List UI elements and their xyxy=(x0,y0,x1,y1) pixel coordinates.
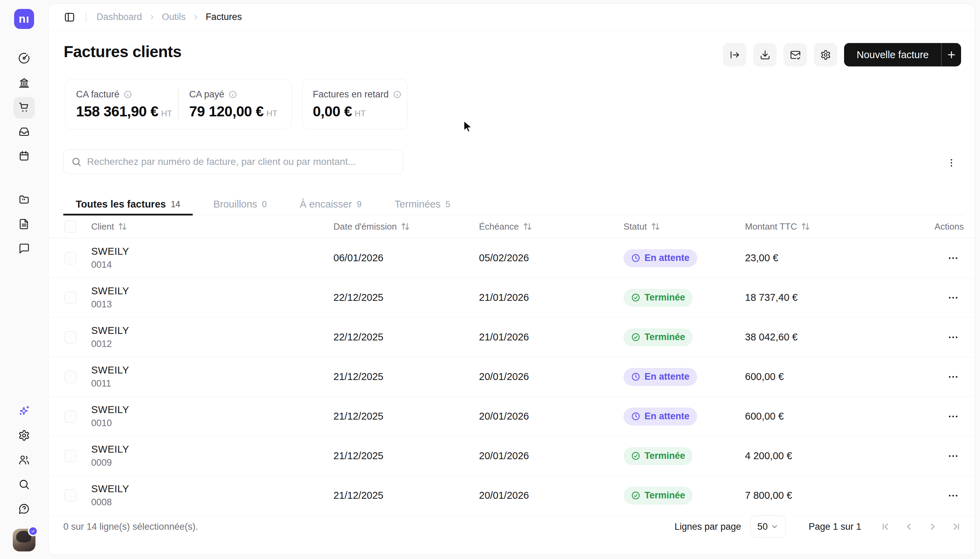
calendar-icon xyxy=(18,150,30,163)
sidebar-item-projects[interactable] xyxy=(13,190,35,211)
row-checkbox[interactable] xyxy=(64,410,77,423)
amount: 4 200,00 € xyxy=(745,450,908,461)
table-row[interactable]: SWEILY0013 22/12/2025 21/01/2026 Terminé… xyxy=(48,278,975,318)
sidebar-item-dashboard[interactable] xyxy=(13,48,35,69)
file-text-icon xyxy=(18,218,30,231)
panel-toggle-button[interactable] xyxy=(64,12,75,23)
app-logo[interactable]: nı xyxy=(14,9,34,29)
table-row[interactable]: SWEILY0010 21/12/2025 20/01/2026 En atte… xyxy=(48,397,975,437)
sidebar-item-messages[interactable] xyxy=(13,238,35,260)
client-name: SWEILY xyxy=(91,483,333,495)
download-button[interactable] xyxy=(753,43,777,66)
status-badge: Terminée xyxy=(624,487,693,504)
sidebar-item-documents[interactable] xyxy=(13,214,35,235)
sidebar-item-inbox[interactable] xyxy=(13,121,35,143)
sidebar-item-settings[interactable] xyxy=(13,425,35,447)
gear-icon xyxy=(18,430,30,443)
table-row[interactable]: SWEILY0012 22/12/2025 21/01/2026 Terminé… xyxy=(48,318,975,357)
page-indicator: Page 1 sur 1 xyxy=(808,521,861,532)
client-name: SWEILY xyxy=(91,325,333,336)
row-actions-button[interactable] xyxy=(908,450,964,462)
row-actions-button[interactable] xyxy=(908,292,964,304)
amount: 38 042,60 € xyxy=(745,331,908,343)
issue-date: 22/12/2025 xyxy=(333,292,479,303)
sort-icon xyxy=(523,222,532,231)
pagination-buttons xyxy=(881,521,961,532)
header-client[interactable]: Client xyxy=(91,221,333,232)
row-actions-button[interactable] xyxy=(908,331,964,343)
table-footer: 0 sur 14 ligne(s) sélectionnée(s). Ligne… xyxy=(48,514,975,539)
sidebar-item-search[interactable] xyxy=(13,474,35,496)
pagination: Lignes par page 50 Page 1 sur 1 xyxy=(675,516,961,538)
users-icon xyxy=(18,454,30,467)
row-checkbox[interactable] xyxy=(64,371,77,383)
plus-icon xyxy=(946,50,957,60)
next-page-button[interactable] xyxy=(927,521,938,532)
search-icon xyxy=(71,157,82,167)
sidebar-item-help[interactable] xyxy=(13,499,35,520)
select-all-checkbox[interactable] xyxy=(64,220,77,233)
breadcrumb-dashboard[interactable]: Dashboard xyxy=(97,12,142,22)
stats-row: CA facturé 158 361,90 €HT CA payé 79 120… xyxy=(65,79,408,129)
stat-ca-facture: CA facturé 158 361,90 €HT xyxy=(66,89,178,120)
row-actions-button[interactable] xyxy=(908,371,964,383)
tab-terminees[interactable]: Terminées 5 xyxy=(382,194,463,215)
row-checkbox[interactable] xyxy=(64,291,77,304)
sidebar-item-calendar[interactable] xyxy=(13,146,35,167)
row-checkbox[interactable] xyxy=(64,252,77,265)
info-icon[interactable] xyxy=(124,90,132,99)
tab-a-encaisser[interactable]: À encaisser 9 xyxy=(287,194,374,215)
row-checkbox[interactable] xyxy=(64,490,77,502)
invoice-settings-button[interactable] xyxy=(814,43,837,66)
row-checkbox[interactable] xyxy=(64,450,77,462)
breadcrumb: Dashboard Outils Factures xyxy=(97,12,242,22)
header-due-date[interactable]: Échéance xyxy=(479,221,624,232)
row-actions-button[interactable] xyxy=(908,490,964,501)
tab-brouillons[interactable]: Brouillons 0 xyxy=(201,194,279,215)
bank-icon xyxy=(18,77,30,90)
table-row[interactable]: SWEILY0011 21/12/2025 20/01/2026 En atte… xyxy=(48,357,975,397)
header-issue-date[interactable]: Date d'émission xyxy=(333,221,479,232)
more-options-button[interactable] xyxy=(945,156,959,170)
avatar[interactable] xyxy=(13,529,35,551)
previous-page-button[interactable] xyxy=(904,521,914,532)
table-row[interactable]: SWEILY0009 21/12/2025 20/01/2026 Terminé… xyxy=(48,437,975,476)
search-input[interactable] xyxy=(87,156,395,167)
table-header: Client Date d'émission Échéance Statut M… xyxy=(48,215,975,238)
sidebar-item-invoices[interactable] xyxy=(13,97,35,118)
sidebar-item-bank[interactable] xyxy=(13,73,35,94)
rows-per-page-select[interactable]: 50 xyxy=(750,516,786,538)
tab-toutes-les-factures[interactable]: Toutes les factures 14 xyxy=(63,194,193,215)
rows-per-page-label: Lignes par page xyxy=(675,521,741,532)
mail-check-button[interactable] xyxy=(784,43,807,66)
sidebar-item-team[interactable] xyxy=(13,450,35,471)
breadcrumb-outils[interactable]: Outils xyxy=(162,12,186,22)
due-date: 20/01/2026 xyxy=(479,490,624,501)
row-actions-button[interactable] xyxy=(908,252,964,264)
main-panel: Dashboard Outils Factures Factures clien… xyxy=(48,3,975,555)
stat-label: Factures en retard xyxy=(313,89,389,100)
header-status[interactable]: Statut xyxy=(624,221,745,232)
chat-icon xyxy=(18,243,30,256)
new-invoice-split-button: Nouvelle facture xyxy=(844,43,961,66)
status-badge: Terminée xyxy=(624,328,693,346)
new-invoice-button[interactable]: Nouvelle facture xyxy=(844,43,941,66)
table-row[interactable]: SWEILY0014 06/01/2026 05/02/2026 En atte… xyxy=(48,238,975,278)
new-invoice-plus-button[interactable] xyxy=(941,43,961,66)
last-page-button[interactable] xyxy=(951,521,961,532)
row-actions-button[interactable] xyxy=(908,411,964,422)
export-button[interactable] xyxy=(723,43,746,66)
ellipsis-icon xyxy=(947,252,959,264)
first-page-button[interactable] xyxy=(881,521,891,532)
stat-suffix: HT xyxy=(355,109,366,118)
ellipsis-icon xyxy=(947,292,959,304)
invoice-number: 0014 xyxy=(91,260,333,270)
verified-badge-icon xyxy=(28,526,38,536)
sidebar-item-ai-assistant[interactable] xyxy=(13,401,35,422)
tabs: Toutes les factures 14 Brouillons 0 À en… xyxy=(63,194,964,215)
info-icon[interactable] xyxy=(393,90,402,99)
row-checkbox[interactable] xyxy=(64,331,77,344)
info-icon[interactable] xyxy=(228,90,237,99)
table-row[interactable]: SWEILY0008 21/12/2025 20/01/2026 Terminé… xyxy=(48,476,975,516)
header-amount[interactable]: Montant TTC xyxy=(745,221,908,232)
